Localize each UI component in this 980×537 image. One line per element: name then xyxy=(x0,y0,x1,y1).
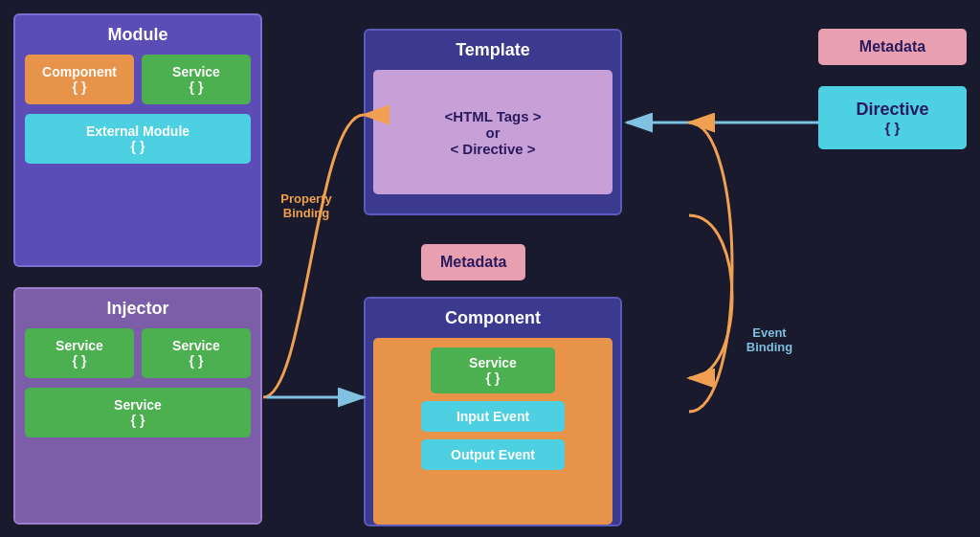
injector-box: Injector Service { } Service { } Service… xyxy=(13,287,262,525)
component-service-box: Service { } xyxy=(431,347,555,393)
component-box: Component { } xyxy=(25,55,134,104)
module-service-box: Service { } xyxy=(142,55,251,104)
event-binding-label: EventBinding xyxy=(731,325,808,354)
module-title: Module xyxy=(25,25,251,45)
diagram-container: Module Component { } Service { } Externa… xyxy=(0,0,980,537)
output-event-box: Output Event xyxy=(421,439,565,470)
component-main-content: Service { } Input Event Output Event xyxy=(373,338,612,525)
module-box: Module Component { } Service { } Externa… xyxy=(13,13,262,267)
metadata-top-right: Metadata xyxy=(818,29,967,65)
external-module-box: External Module { } xyxy=(25,114,251,164)
property-binding-label: PropertyBinding xyxy=(258,191,354,220)
component-main-box: Component Service { } Input Event Output… xyxy=(364,297,622,526)
template-title: Template xyxy=(366,31,620,70)
directive-box: Directive { } xyxy=(818,86,967,149)
injector-service2-box: Service { } xyxy=(142,328,251,378)
event-binding-arrow-down xyxy=(689,215,732,378)
injector-service3-box: Service { } xyxy=(25,388,251,437)
injector-row1: Service { } Service { } xyxy=(25,328,251,378)
injector-title: Injector xyxy=(25,299,251,319)
input-event-box: Input Event xyxy=(421,401,565,432)
event-binding-arrow-up xyxy=(689,123,732,412)
component-main-title: Component xyxy=(366,299,620,338)
module-row1: Component { } Service { } xyxy=(25,55,251,104)
template-box: Template <HTML Tags > or < Directive > xyxy=(364,29,622,215)
template-content: <HTML Tags > or < Directive > xyxy=(373,70,612,194)
metadata-center: Metadata xyxy=(421,244,525,280)
property-binding-arrow xyxy=(263,115,364,397)
injector-service1-box: Service { } xyxy=(25,328,134,378)
